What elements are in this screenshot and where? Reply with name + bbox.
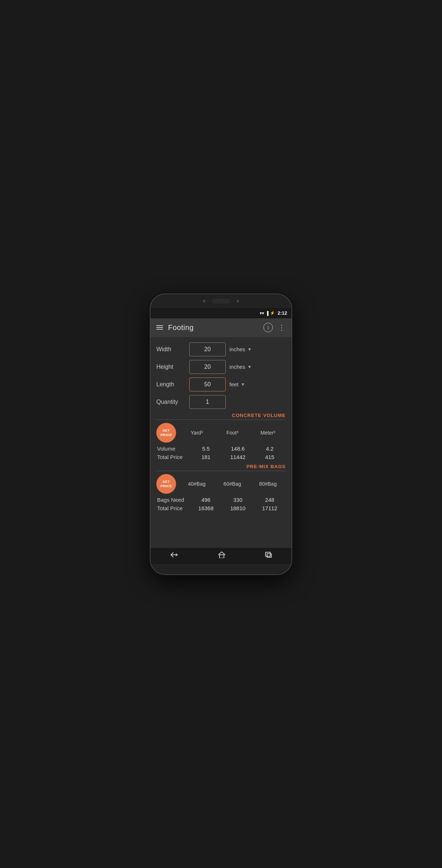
menu-icon[interactable] [156,324,163,331]
wifi-icon: ▾▾ [260,311,264,316]
back-button[interactable] [163,550,186,562]
premix-total-price-label: Total Price [157,505,190,511]
svg-rect-0 [220,555,224,558]
set-price-btn-concrete[interactable]: SET PRICE [156,423,176,443]
concrete-total-price-row: Total Price 181 11442 415 [156,454,286,460]
premix-section: SET PRICE 40#Bag 60#Bag 80#Bag Bags Need… [156,474,286,511]
set-price-btn-premix[interactable]: SET PRICE [156,474,176,494]
sensor [236,300,239,303]
premix-price-40: 16368 [195,505,217,511]
width-input[interactable] [189,342,226,356]
volume-label: Volume [157,446,190,452]
app-title: Footing [168,323,263,332]
width-dropdown-arrow: ▼ [247,347,252,352]
phone-bottom-bar [150,564,292,574]
height-row: Height inches ▼ [156,360,286,374]
col-80bag: 80#Bag [257,481,279,487]
height-unit-dropdown[interactable]: inches ▼ [229,364,286,370]
status-bar: ▾▾ ▐ ⚡ 2:12 [150,308,292,318]
concrete-divider [156,420,286,420]
phone-top-bar [150,294,292,308]
volume-row: Volume 5.5 148.6 4.2 [156,446,286,452]
quantity-row: Quantity [156,395,286,409]
concrete-header-row: SET PRICE Yard³ Foot³ Meter³ [156,423,286,443]
volume-yard: 5.5 [195,446,217,452]
col-40bag: 40#Bag [186,481,208,487]
concrete-volume-section: SET PRICE Yard³ Foot³ Meter³ Volume 5.5 … [156,423,286,460]
time-display: 2:12 [278,310,287,316]
concrete-col-headers: Yard³ Foot³ Meter³ [179,430,286,436]
camera [203,300,206,303]
signal-icon: ▐ [266,311,268,315]
premix-price-80: 17112 [259,505,281,511]
width-unit-dropdown[interactable]: inches ▼ [229,346,286,352]
col-yard: Yard³ [186,430,208,436]
info-icon[interactable]: i [263,323,273,332]
concrete-price-foot: 11442 [227,454,249,460]
home-button[interactable] [211,549,233,562]
premix-header-row: SET PRICE 40#Bag 60#Bag 80#Bag [156,474,286,494]
volume-meter: 4.2 [259,446,281,452]
concrete-total-price-label: Total Price [157,454,190,460]
more-menu-icon[interactable]: ⋮ [278,323,286,332]
height-label: Height [156,364,189,370]
bags-60: 330 [227,497,249,503]
premix-total-price-values: 16368 18810 17112 [190,505,286,511]
main-content: Width inches ▼ Height inches ▼ Length [150,337,292,548]
bottom-nav [150,548,292,564]
length-input[interactable] [189,378,226,391]
length-dropdown-arrow: ▼ [241,382,245,387]
quantity-label: Quantity [156,399,189,405]
screen: ▾▾ ▐ ⚡ 2:12 Footing i ⋮ Width [150,308,292,564]
col-meter: Meter³ [257,430,279,436]
svg-rect-1 [266,552,270,556]
premix-col-headers: 40#Bag 60#Bag 80#Bag [179,481,286,487]
speaker [212,299,230,303]
bags-need-label: Bags Need [157,497,190,503]
bags-80: 248 [259,497,281,503]
col-60bag: 60#Bag [221,481,243,487]
bags-need-row: Bags Need 496 330 248 [156,497,286,503]
concrete-volume-header: CONCRETE VOLUME [156,413,286,418]
width-row: Width inches ▼ [156,342,286,356]
premix-header: PRE-MIX BAGS [156,464,286,469]
app-bar: Footing i ⋮ [150,318,292,337]
quantity-input[interactable] [189,395,226,409]
volume-values: 5.5 148.6 4.2 [190,446,286,452]
status-icons: ▾▾ ▐ ⚡ 2:12 [260,310,287,316]
height-dropdown-arrow: ▼ [247,364,252,369]
concrete-price-meter: 415 [259,454,281,460]
height-input[interactable] [189,360,226,374]
svg-rect-2 [267,554,271,557]
premix-total-price-row: Total Price 16368 18810 17112 [156,505,286,511]
col-foot: Foot³ [221,430,243,436]
recents-button[interactable] [258,550,279,562]
battery-icon: ⚡ [270,311,275,315]
length-label: Length [156,381,189,388]
volume-foot: 148.6 [227,446,249,452]
premix-price-60: 18810 [227,505,249,511]
concrete-total-price-values: 181 11442 415 [190,454,286,460]
concrete-price-yard: 181 [195,454,217,460]
premix-divider [156,471,286,471]
length-row: Length feet ▼ [156,378,286,391]
bags-need-values: 496 330 248 [190,497,286,503]
length-unit-dropdown[interactable]: feet ▼ [229,381,286,387]
width-label: Width [156,346,189,353]
phone-shell: ▾▾ ▐ ⚡ 2:12 Footing i ⋮ Width [150,293,292,575]
bags-40: 496 [195,497,217,503]
